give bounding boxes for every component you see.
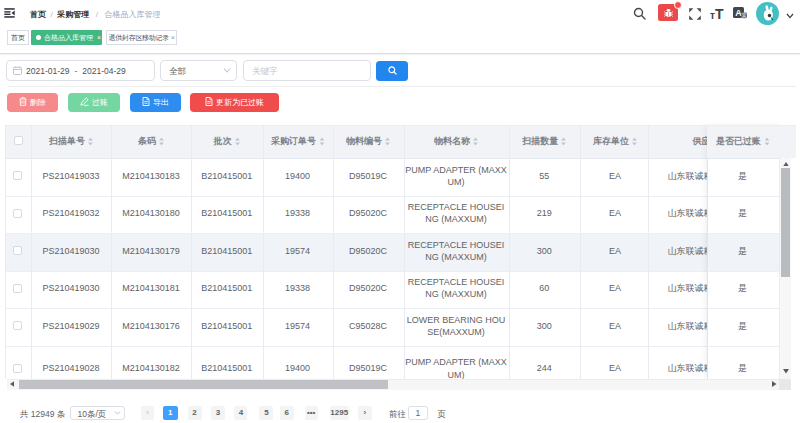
svg-text:文: 文 bbox=[741, 12, 747, 18]
